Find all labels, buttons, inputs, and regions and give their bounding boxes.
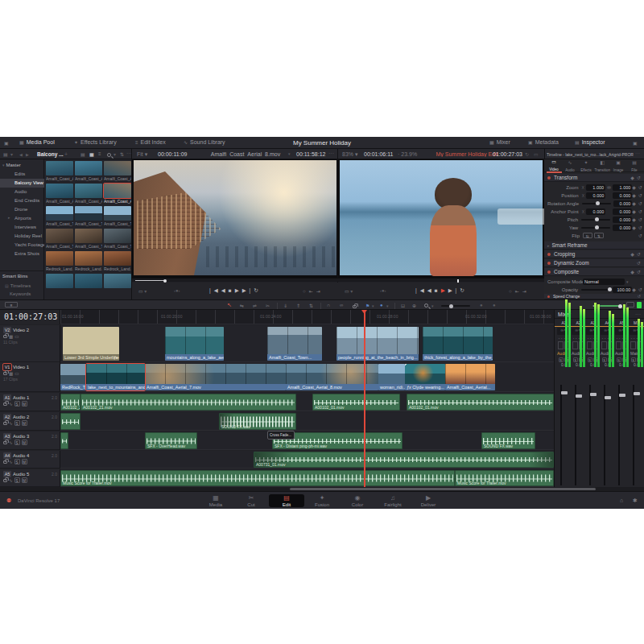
dynamic-trim-mode-icon[interactable]: ⇌	[253, 303, 257, 308]
mute-button[interactable]: M	[22, 459, 27, 464]
solo-button[interactable]: S	[14, 477, 20, 483]
replace-clip-icon[interactable]: ⇅	[309, 303, 313, 308]
opacity-field[interactable]: 100.00	[613, 287, 632, 293]
zoom-full-extent-icon[interactable]: ⊡	[401, 303, 405, 308]
mark-out-icon[interactable]: ⇥	[316, 289, 324, 294]
pitch-slider[interactable]	[581, 219, 610, 221]
forward-icon[interactable]: ▶	[26, 152, 29, 157]
skip-back-icon[interactable]: |◀	[209, 287, 221, 293]
clip-thumbnail[interactable]	[46, 251, 73, 266]
page-tab-cut[interactable]: ✂Cut	[233, 494, 269, 507]
source-more-icon[interactable]: ···	[328, 151, 334, 156]
page-tab-edit[interactable]: ▤Edit	[269, 494, 304, 507]
timeline-clip-video[interactable]: ƒx Clyde wearing...	[405, 364, 445, 390]
timeline-jog-icon[interactable]: ‹●›	[380, 288, 386, 293]
rotation-field[interactable]: 0.000	[613, 200, 633, 207]
step-back-icon[interactable]: ◀	[427, 287, 435, 293]
source-clip-chevron[interactable]: ▾	[288, 151, 291, 156]
position-x-field[interactable]: 0.000	[586, 192, 605, 199]
reset-icon[interactable]: ↺	[638, 192, 642, 198]
page-tab-color[interactable]: ◉Color	[340, 494, 375, 507]
timeline-clip-video[interactable]: people_running_at_the_beach_in_brig...	[336, 327, 419, 361]
composite-mode-select[interactable]: Normal	[583, 279, 625, 285]
anchor-y-field[interactable]: 0.000	[613, 208, 632, 215]
reset-icon[interactable]: ↺	[637, 175, 641, 180]
clip-thumbnail[interactable]	[104, 206, 131, 221]
page-tab-fusion[interactable]: ✦Fusion	[304, 494, 340, 507]
source-aspect-icon[interactable]: ▭ ▾	[138, 288, 147, 294]
search-icon[interactable]	[107, 153, 111, 157]
stop-icon[interactable]: ■	[229, 287, 235, 293]
timeline-clip-audio[interactable]	[60, 432, 68, 449]
clip-thumbnail[interactable]	[46, 229, 73, 243]
position-y-field[interactable]: 0.000	[613, 192, 632, 199]
trim-edit-mode-icon[interactable]: ⇆	[240, 303, 244, 308]
skip-forward-icon[interactable]: ▶|	[448, 287, 460, 293]
list-view-icon[interactable]: ≡	[98, 151, 101, 156]
zoom-slider[interactable]	[441, 305, 470, 307]
mixer-strip-a2[interactable]: A2 ∞∿ •••• Audio 2 S M 0.0	[572, 320, 585, 367]
skip-forward-icon[interactable]: ▶|	[242, 287, 254, 293]
timeline-clip-video[interactable]: mountains_along_a_lake_aerial_by_Roma...	[165, 327, 224, 361]
flag-icon[interactable]: ⚑	[365, 303, 369, 308]
overwrite-clip-icon[interactable]: ⇑	[296, 303, 300, 308]
timeline-clip-video[interactable]: woman_ridi...	[378, 364, 405, 390]
mixer-strip-main1[interactable]: M1 ∞∿ •••• Main 1 S M 0.0	[630, 320, 643, 367]
mixer-more-icon[interactable]: ···	[635, 312, 641, 317]
monitor-volume-slider[interactable]	[600, 305, 624, 307]
lock-icon[interactable]	[3, 441, 7, 444]
bin-chevron-icon[interactable]: ▾	[10, 151, 13, 157]
clip-thumbnail[interactable]	[46, 161, 73, 175]
auto-select-icon[interactable]: ▦	[9, 334, 13, 339]
tab-effects[interactable]: ✦Effects	[579, 159, 594, 172]
source-scrub-handle[interactable]	[163, 279, 167, 283]
track-header-v2[interactable]: V2 Video 2 ▦▭ 11 Clips	[0, 325, 60, 362]
timeline-clip-audio[interactable]: A00102_21.mov	[60, 394, 80, 411]
tab-transition[interactable]: ◧Transition	[595, 159, 610, 172]
lock-icon[interactable]	[3, 372, 7, 375]
timeline-clip-video-selected[interactable]: lake_next_to_mountains_and_trees_aerial_…	[86, 364, 145, 390]
metadata-button[interactable]: ▣ Metadata	[528, 139, 559, 145]
timeline-clip-audio[interactable]: SFX - OverHead.wav	[145, 432, 197, 449]
inspector-more-icon[interactable]: ···	[635, 151, 640, 155]
inspector-button[interactable]: ▤ Inspector	[575, 139, 605, 145]
sidebar-item-interviews[interactable]: Interviews	[0, 223, 44, 232]
zoom-detail-icon[interactable]: ⊕	[412, 303, 416, 308]
fader-track[interactable]	[575, 385, 576, 485]
timeline-aspect-icon[interactable]: ▭ ▾	[345, 288, 353, 294]
yaw-slider[interactable]	[581, 227, 610, 229]
track-header-v1[interactable]: V1 Video 1 ▦▭ 17 Clips	[0, 362, 60, 392]
timeline-clip-audio[interactable]: Music Score for Trailer.mov	[60, 470, 455, 486]
timeline-scrub-handle[interactable]	[457, 279, 459, 283]
clip-thumbnail[interactable]	[46, 274, 73, 288]
resolve-logo-icon[interactable]: ⚉	[6, 497, 11, 504]
mixer-strip-a3[interactable]: A3 ∞∿ •••• Audio 3 S M 0.0	[586, 320, 600, 367]
enable-dot[interactable]	[547, 176, 551, 180]
horizontal-scrollbar[interactable]	[290, 488, 596, 490]
clip-thumbnail[interactable]	[104, 229, 131, 243]
timeline-clip-title[interactable]: Lower 3rd Simple Underline ƒx	[63, 327, 119, 361]
timeline-viewer[interactable]	[338, 159, 544, 278]
rotation-slider[interactable]	[582, 203, 611, 204]
sidebar-item-timelines[interactable]: ▤ Timelines	[5, 283, 31, 288]
clip-thumbnail[interactable]	[104, 274, 131, 288]
section-smart-reframe[interactable]: ▸Smart Reframe	[544, 242, 644, 250]
marker-icon[interactable]: ●	[380, 303, 383, 308]
timeline-scrub-bar[interactable]	[338, 278, 544, 282]
zoom-y-field[interactable]: 1.000	[613, 184, 632, 191]
pitch-field[interactable]: 0.000	[613, 217, 632, 223]
clip-thumbnail[interactable]	[104, 251, 131, 266]
clip-thumbnail-selected[interactable]	[104, 184, 131, 198]
stop-icon[interactable]: ■	[435, 287, 441, 293]
timeline-timecode-display[interactable]: 01:00:27:03	[4, 312, 57, 321]
fader-track[interactable]	[604, 385, 605, 485]
clip-thumbnail[interactable]	[75, 274, 102, 288]
mark-out-icon[interactable]: ⇥	[522, 289, 530, 294]
clip-thumbnail[interactable]	[75, 161, 102, 175]
tab-file[interactable]: ▤File	[627, 159, 642, 172]
clip-thumbnail[interactable]	[75, 206, 102, 221]
bin-list-icon[interactable]: ▤	[3, 151, 8, 157]
lock-icon[interactable]	[3, 402, 7, 406]
back-icon[interactable]: ◀	[19, 152, 23, 157]
section-transform[interactable]: Transform ◆↺	[544, 174, 644, 182]
